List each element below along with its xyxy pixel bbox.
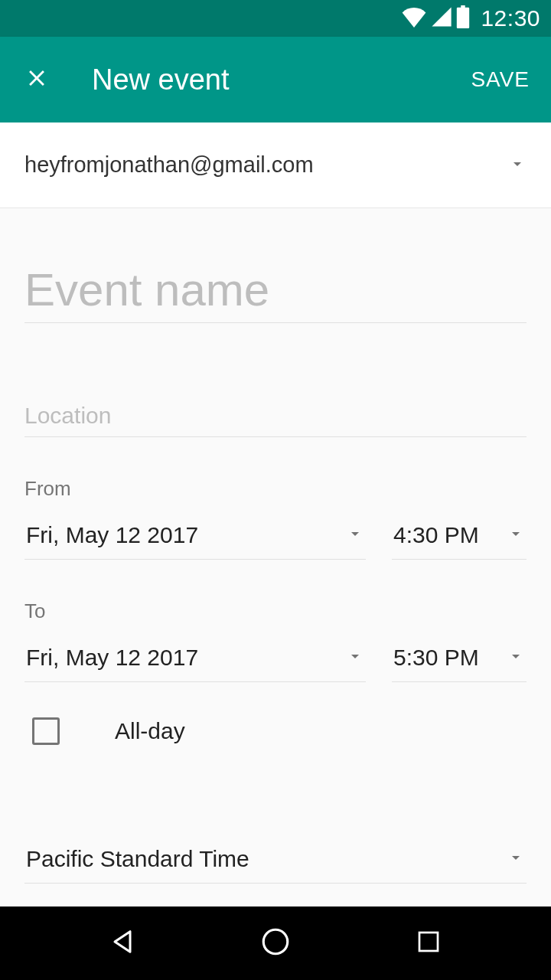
timezone-text: Pacific Standard Time bbox=[26, 846, 249, 872]
android-nav-bar bbox=[0, 906, 551, 980]
to-time-picker[interactable]: 5:30 PM bbox=[392, 635, 527, 682]
from-time-picker[interactable]: 4:30 PM bbox=[392, 513, 527, 560]
dropdown-icon bbox=[507, 848, 525, 870]
allday-label: All-day bbox=[115, 718, 185, 744]
battery-icon bbox=[456, 5, 470, 31]
from-row: Fri, May 12 2017 4:30 PM bbox=[24, 513, 527, 560]
to-row: Fri, May 12 2017 5:30 PM bbox=[24, 635, 527, 682]
save-button[interactable]: SAVE bbox=[471, 67, 530, 92]
app-bar-title: New event bbox=[92, 64, 471, 96]
cellular-icon bbox=[430, 6, 453, 31]
dropdown-icon bbox=[508, 155, 527, 176]
dropdown-icon bbox=[507, 647, 525, 668]
event-name-input[interactable] bbox=[24, 263, 527, 316]
form-body: From Fri, May 12 2017 4:30 PM To Fri, Ma… bbox=[0, 208, 551, 906]
close-icon bbox=[24, 65, 50, 94]
from-time-text: 4:30 PM bbox=[393, 522, 479, 548]
to-time-text: 5:30 PM bbox=[393, 645, 479, 671]
svg-rect-1 bbox=[419, 933, 438, 951]
allday-checkbox[interactable] bbox=[32, 717, 60, 745]
dropdown-icon bbox=[507, 524, 525, 546]
app-bar: New event SAVE bbox=[0, 37, 551, 122]
to-label: To bbox=[24, 599, 527, 623]
dropdown-icon bbox=[346, 647, 364, 668]
dropdown-icon bbox=[346, 524, 364, 546]
recents-button[interactable] bbox=[409, 923, 448, 963]
home-icon bbox=[259, 926, 292, 961]
allday-row: All-day bbox=[24, 717, 527, 745]
to-date-picker[interactable]: Fri, May 12 2017 bbox=[24, 635, 366, 682]
status-bar: 12:30 bbox=[0, 0, 551, 37]
svg-point-0 bbox=[263, 929, 288, 954]
back-button[interactable] bbox=[103, 923, 142, 963]
status-time: 12:30 bbox=[481, 5, 540, 31]
timezone-picker[interactable]: Pacific Standard Time bbox=[24, 837, 527, 884]
status-icons: 12:30 bbox=[401, 5, 540, 31]
back-icon bbox=[107, 926, 138, 960]
from-date-picker[interactable]: Fri, May 12 2017 bbox=[24, 513, 366, 560]
wifi-icon bbox=[401, 6, 427, 31]
location-input[interactable] bbox=[24, 403, 527, 429]
home-button[interactable] bbox=[256, 923, 295, 963]
account-email: heyfromjonathan@gmail.com bbox=[24, 152, 508, 178]
event-name-field bbox=[24, 263, 527, 323]
account-selector[interactable]: heyfromjonathan@gmail.com bbox=[0, 122, 551, 208]
location-field bbox=[24, 403, 527, 437]
to-date-text: Fri, May 12 2017 bbox=[26, 645, 198, 671]
recents-icon bbox=[415, 928, 442, 959]
close-button[interactable] bbox=[21, 64, 52, 95]
from-date-text: Fri, May 12 2017 bbox=[26, 522, 198, 548]
from-label: From bbox=[24, 477, 527, 501]
